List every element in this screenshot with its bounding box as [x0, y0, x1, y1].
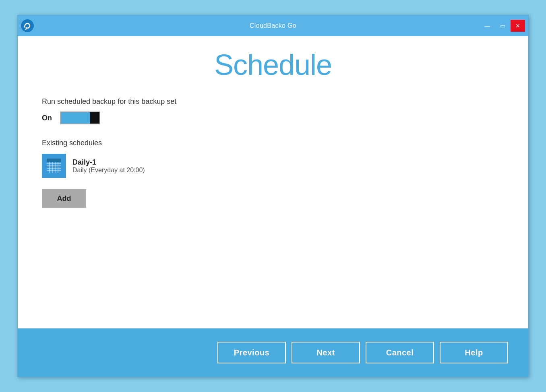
schedule-name: Daily-1	[72, 158, 145, 167]
svg-rect-2	[47, 159, 61, 162]
main-window: CloudBacko Go — ▭ ✕ Schedule Run schedul…	[17, 15, 529, 377]
schedule-info: Daily-1 Daily (Everyday at 20:00)	[72, 158, 145, 174]
calendar-icon	[42, 154, 66, 178]
next-button[interactable]: Next	[292, 342, 360, 363]
title-bar-left	[21, 19, 34, 32]
svg-point-0	[22, 21, 33, 31]
app-icon	[21, 19, 34, 32]
toggle-fill	[61, 112, 90, 124]
schedule-detail: Daily (Everyday at 20:00)	[72, 167, 145, 174]
schedule-toggle-label: Run scheduled backup for this backup set	[42, 97, 504, 106]
maximize-button[interactable]: ▭	[495, 20, 510, 32]
window-title: CloudBacko Go	[250, 22, 296, 29]
add-button[interactable]: Add	[42, 189, 86, 208]
help-button[interactable]: Help	[440, 342, 508, 363]
footer: Previous Next Cancel Help	[18, 328, 528, 377]
schedule-toggle[interactable]	[60, 111, 100, 124]
toggle-state-label: On	[42, 114, 52, 122]
existing-schedules-label: Existing schedules	[42, 139, 504, 147]
page-title: Schedule	[42, 48, 504, 81]
window-controls: — ▭ ✕	[480, 20, 525, 32]
minimize-button[interactable]: —	[480, 20, 494, 32]
main-content: Schedule Run scheduled backup for this b…	[18, 36, 528, 328]
title-bar: CloudBacko Go — ▭ ✕	[18, 15, 528, 36]
toggle-row: On	[42, 111, 504, 124]
cancel-button[interactable]: Cancel	[366, 342, 434, 363]
close-button[interactable]: ✕	[511, 20, 525, 32]
schedule-item: Daily-1 Daily (Everyday at 20:00)	[42, 154, 504, 178]
toggle-thumb	[90, 112, 99, 124]
previous-button[interactable]: Previous	[217, 342, 286, 363]
